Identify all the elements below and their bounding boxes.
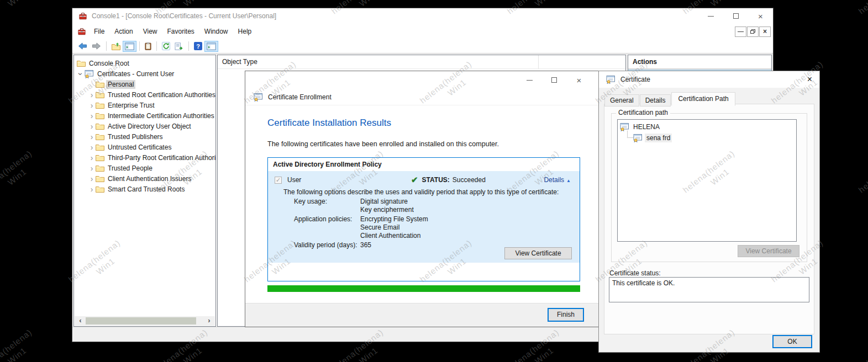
chevron-right-icon[interactable]: › [88, 166, 96, 171]
tree-item-console-root[interactable]: Console Root [74, 58, 215, 68]
tree-item-label: Personal [106, 80, 135, 89]
path-node[interactable]: HELENA [620, 121, 794, 132]
chevron-right-icon[interactable]: › [88, 176, 96, 182]
policy-panel-footer [268, 263, 580, 281]
chevron-right-icon[interactable]: › [88, 103, 96, 108]
chevron-right-icon[interactable]: › [88, 155, 96, 161]
column-header-label: Object Type [222, 58, 257, 66]
toolbar-separator [139, 41, 140, 51]
dialog-title: Certificate [620, 76, 650, 83]
watermark-line1: helena(helena) [856, 148, 868, 195]
menu-item-action[interactable]: Action [109, 25, 138, 38]
watermark-line2: Win1 [0, 0, 41, 25]
path-node[interactable]: sena frd [627, 132, 794, 142]
tab-certification-path[interactable]: Certification Path [671, 92, 735, 106]
tree-item[interactable]: ›Enterprise Trust [74, 100, 215, 110]
policy-panel-title: Active Directory Enrollment Policy [268, 158, 580, 171]
child-restore-icon[interactable] [747, 26, 759, 37]
tree-item[interactable]: ›Active Directory User Object [74, 121, 215, 131]
maximize-icon[interactable] [549, 75, 559, 85]
view-certificate-button-disabled: View Certificate [738, 245, 799, 257]
policy-property-label: Application policies: [294, 215, 360, 240]
finish-button[interactable]: Finish [548, 308, 584, 322]
tree-item[interactable]: ›Trusted People [74, 163, 215, 173]
scrollbar-thumb[interactable] [86, 317, 196, 324]
tree-item-label: Certificates - Current User [96, 70, 176, 78]
chevron-right-icon[interactable]: › [88, 134, 96, 140]
menu-item-window[interactable]: Window [199, 25, 233, 38]
paste-icon[interactable] [143, 40, 154, 52]
path-node-label: HELENA [632, 123, 661, 131]
tree-item-label: Intermediate Certification Authorities [106, 111, 216, 120]
folder-icon [96, 154, 104, 161]
minimize-icon[interactable] [698, 9, 723, 23]
show-console-tree-icon[interactable] [123, 41, 136, 52]
maximize-icon[interactable] [723, 9, 748, 23]
progress-bar [267, 285, 580, 292]
intro-text: The following certificates have been enr… [267, 140, 599, 148]
view-certificate-button[interactable]: View Certificate [504, 247, 572, 259]
tree-item[interactable]: ›Trusted Publishers [74, 131, 215, 142]
watermark: helena(helena)Win1 [0, 327, 41, 362]
close-icon[interactable]: × [748, 9, 773, 23]
menu-item-favorites[interactable]: Favorites [162, 25, 199, 38]
scroll-left-icon[interactable]: ‹ [76, 316, 85, 326]
chevron-right-icon[interactable]: › [88, 187, 96, 192]
tree-item-certificates-current-user[interactable]: › Certificates - Current User [74, 68, 215, 79]
tab-details[interactable]: Details [640, 94, 671, 107]
tree-item[interactable]: ›Smart Card Trusted Roots [74, 184, 215, 194]
child-minimize-icon[interactable] [735, 26, 746, 37]
tree-item[interactable]: ›Intermediate Certification Authorities [74, 110, 215, 121]
scroll-right-icon[interactable]: › [204, 316, 214, 326]
menu-item-file[interactable]: File [89, 25, 109, 38]
chevron-down-icon[interactable]: › [78, 70, 83, 78]
refresh-icon[interactable] [160, 40, 172, 52]
watermark: helena(helena)Win1 [0, 0, 41, 25]
export-list-icon[interactable] [172, 41, 186, 52]
user-checkbox[interactable]: ✓ [275, 177, 282, 184]
tree-item[interactable]: ›Third-Party Root Certification Authorit… [74, 152, 215, 163]
folder-icon [96, 102, 104, 109]
tree-item[interactable]: ›Trusted Root Certification Authorities [74, 89, 215, 100]
status-label: STATUS: [422, 176, 450, 184]
ok-button[interactable]: OK [772, 335, 812, 348]
column-separator[interactable] [538, 55, 539, 69]
help-icon[interactable]: ? [192, 40, 204, 52]
chevron-right-icon[interactable]: › [88, 145, 96, 150]
close-icon[interactable]: × [807, 74, 812, 84]
toolbar-separator [156, 41, 157, 51]
chevron-right-icon[interactable]: › [88, 113, 96, 119]
tree-item[interactable]: Personal [74, 79, 215, 89]
close-icon[interactable]: × [574, 75, 584, 85]
forward-icon[interactable] [90, 41, 103, 51]
tree-item-label: Enterprise Trust [106, 101, 156, 110]
watermark: helena(helena)Win1 [856, 148, 868, 204]
page-title: Certificate Installation Results [267, 118, 599, 129]
policy-property-values: 365 [360, 241, 371, 249]
tab-strip: GeneralDetailsCertification Path [604, 92, 736, 104]
child-close-icon[interactable]: × [759, 26, 771, 37]
tab-general[interactable]: General [604, 94, 639, 107]
menu-item-view[interactable]: View [138, 25, 162, 38]
menu-item-help[interactable]: Help [233, 25, 257, 38]
tree-item[interactable]: ›Untrusted Certificates [74, 142, 215, 152]
folder-icon [96, 91, 104, 98]
policy-property-values: Digital signatureKey encipherment [360, 198, 414, 214]
back-icon[interactable] [76, 41, 90, 51]
chevron-right-icon[interactable]: › [88, 124, 96, 129]
details-link[interactable]: Details▲ [544, 176, 571, 184]
tree-horizontal-scrollbar[interactable]: ‹ › [75, 316, 215, 326]
folder-icon [96, 112, 104, 119]
dialog-title-bar: × [245, 71, 599, 89]
chevron-up-icon: ▲ [566, 178, 571, 183]
folder-icon [96, 185, 104, 193]
policy-property-label: Validity period (days): [294, 241, 360, 249]
minimize-icon[interactable] [524, 75, 534, 85]
watermark-line1: helena(helena) [856, 0, 868, 16]
chevron-right-icon[interactable]: › [88, 92, 96, 98]
show-action-pane-icon[interactable] [204, 41, 218, 52]
list-column-header[interactable]: Object Type [218, 55, 625, 69]
tree-item[interactable]: ›Client Authentication Issuers [74, 173, 215, 184]
policy-panel-body: ✓ User ✔ STATUS: Succeeded Details▲ The … [268, 171, 580, 263]
up-one-level-icon[interactable] [109, 40, 123, 52]
